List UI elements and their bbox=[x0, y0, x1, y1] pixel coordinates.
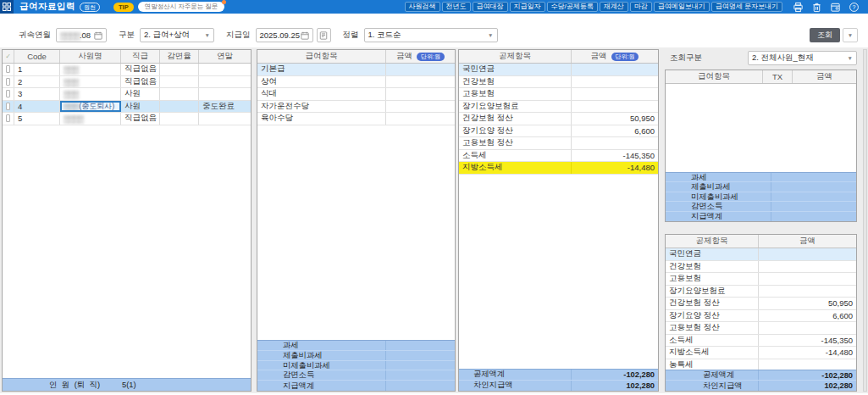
type-select[interactable]: 2. 급여+상여 ▼ bbox=[140, 28, 214, 42]
period-input[interactable]: ▒▒▒▒.08 bbox=[56, 28, 107, 42]
employee-rate[interactable] bbox=[160, 76, 199, 88]
deduction-item-amount[interactable]: -14,480 bbox=[572, 162, 658, 174]
vertical-scrollbar[interactable] bbox=[863, 49, 867, 392]
deduction-row[interactable]: 장기요양보험료 bbox=[459, 101, 658, 114]
pay-item-name[interactable]: 자가운전수당 bbox=[257, 101, 386, 113]
calendar-icon[interactable] bbox=[94, 31, 102, 40]
employee-row[interactable]: 1 ▒▒▒ 직급없음 bbox=[3, 64, 251, 76]
deduction-item-name[interactable]: 건강보험 정산 bbox=[459, 113, 572, 125]
employee-code[interactable]: 3 bbox=[14, 88, 60, 100]
employee-rate[interactable] bbox=[160, 88, 199, 100]
employee-row[interactable]: 5 ▒▒▒▒ 직급없음 bbox=[3, 113, 251, 125]
search-button[interactable]: 조회 bbox=[810, 28, 840, 42]
deduction-row[interactable]: 장기요양 정산 6,600 bbox=[459, 125, 658, 138]
row-checkbox[interactable] bbox=[6, 90, 10, 97]
employee-code[interactable]: 5 bbox=[14, 113, 60, 125]
deduction-item-amount[interactable]: -145,350 bbox=[572, 150, 658, 162]
row-checkbox[interactable] bbox=[6, 65, 10, 73]
deduction-item-amount[interactable] bbox=[572, 137, 658, 149]
employee-rate[interactable] bbox=[160, 113, 199, 125]
pay-item-amount[interactable] bbox=[386, 76, 455, 88]
employee-code[interactable]: 1 bbox=[14, 64, 60, 75]
closing-button[interactable]: 마감 bbox=[630, 2, 652, 12]
row-checkbox[interactable] bbox=[6, 103, 10, 110]
employee-position[interactable]: 사원 bbox=[121, 101, 160, 113]
deduction-row-highlighted[interactable]: 지방소득세 -14,480 bbox=[459, 162, 658, 175]
pay-row[interactable]: 상여 bbox=[257, 76, 455, 89]
deduction-row[interactable]: 고용보험 정산 bbox=[459, 137, 658, 150]
payroll-ledger-button[interactable]: 급여대장 bbox=[473, 2, 508, 12]
deduction-item-name[interactable]: 건강보험 bbox=[459, 76, 572, 88]
deduction-item-name[interactable]: 지방소득세 bbox=[459, 162, 572, 174]
previous-year-button[interactable]: 전년도 bbox=[442, 2, 471, 12]
employee-row[interactable]: 2 ▒▒▒ 직급없음 bbox=[3, 76, 251, 89]
employee-position[interactable]: 직급없음 bbox=[121, 76, 160, 88]
calendar-icon[interactable] bbox=[301, 31, 309, 40]
pay-row[interactable]: 기본급 bbox=[257, 64, 455, 76]
help-icon[interactable]: ? bbox=[849, 2, 860, 13]
deduction-row[interactable]: 고용보험 bbox=[459, 88, 658, 101]
pay-item-name[interactable]: 상여 bbox=[257, 76, 386, 88]
check-all-icon[interactable]: ✓ bbox=[5, 53, 11, 60]
pay-item-amount[interactable] bbox=[386, 88, 455, 100]
deduction-item-name[interactable]: 고용보험 정산 bbox=[459, 137, 572, 149]
pay-row[interactable]: 자가운전수당 bbox=[257, 101, 455, 114]
deduction-item-name[interactable]: 국민연금 bbox=[459, 64, 572, 75]
pay-row[interactable]: 육아수당 bbox=[257, 113, 455, 125]
payment-date-button[interactable]: 지급일자 bbox=[510, 2, 545, 12]
employee-position[interactable]: 직급없음 bbox=[121, 64, 160, 75]
employee-yearend[interactable]: 중도완료 bbox=[199, 101, 251, 113]
salary-email-button[interactable]: 급여메일보내기 bbox=[654, 2, 710, 12]
pay-item-amount[interactable] bbox=[386, 101, 455, 113]
deduction-row[interactable]: 건강보험 bbox=[459, 76, 658, 89]
deduction-row[interactable]: 소득세 -145,350 bbox=[459, 150, 658, 163]
deduction-row[interactable]: 국민연금 bbox=[459, 64, 658, 76]
deduction-item-amount[interactable] bbox=[572, 64, 658, 75]
employee-rate[interactable] bbox=[160, 101, 199, 113]
employee-position[interactable]: 사원 bbox=[121, 88, 160, 100]
pay-item-name[interactable]: 식대 bbox=[257, 88, 386, 100]
pay-item-name[interactable]: 기본급 bbox=[257, 64, 386, 75]
salary-sms-button[interactable]: 급여명세 문자보내기 bbox=[711, 2, 782, 12]
employee-name[interactable]: ▒▒▒ bbox=[60, 88, 121, 100]
employee-rate[interactable] bbox=[160, 64, 199, 75]
employee-code[interactable]: 2 bbox=[14, 76, 60, 88]
employee-name[interactable]: ▒▒▒ bbox=[60, 76, 121, 88]
deduction-item-name[interactable]: 장기요양보험료 bbox=[459, 101, 572, 113]
pay-row[interactable]: 식대 bbox=[257, 88, 455, 101]
deduction-item-amount[interactable] bbox=[572, 76, 658, 88]
payday-input[interactable]: 2025.09.25 bbox=[256, 28, 313, 42]
deduction-item-amount[interactable]: 50,950 bbox=[572, 113, 658, 125]
employee-code[interactable]: 4 bbox=[14, 101, 60, 113]
employee-yearend[interactable] bbox=[199, 64, 251, 75]
employee-name[interactable]: ▒▒▒▒ bbox=[60, 113, 121, 125]
deduction-row[interactable]: 건강보험 정산 50,950 bbox=[459, 113, 658, 125]
recalculate-button[interactable]: 재계산 bbox=[600, 2, 628, 12]
app-menu-icon[interactable] bbox=[0, 0, 14, 14]
row-checkbox[interactable] bbox=[6, 78, 10, 86]
employee-row-selected[interactable]: 4 ▒▒▒(중도퇴사) 사원 중도완료 bbox=[3, 101, 251, 114]
employee-position[interactable]: 직급없음 bbox=[121, 113, 160, 125]
employee-row[interactable]: 3 ▒▒▒ 사원 bbox=[3, 88, 251, 101]
payday-note-button[interactable] bbox=[317, 28, 331, 42]
query-type-select[interactable]: 2. 전체사원_현재 ▼ bbox=[748, 51, 857, 65]
printer-icon[interactable] bbox=[793, 2, 804, 13]
deduction-item-name[interactable]: 장기요양 정산 bbox=[459, 125, 572, 137]
pay-item-name[interactable]: 육아수당 bbox=[257, 113, 386, 125]
calendar-window-icon[interactable] bbox=[830, 2, 841, 13]
deduction-item-name[interactable]: 소득세 bbox=[459, 150, 572, 162]
employee-name[interactable]: ▒▒▒ bbox=[60, 64, 121, 75]
row-checkbox[interactable] bbox=[6, 114, 10, 122]
employee-yearend[interactable] bbox=[199, 76, 251, 88]
deduction-item-name[interactable]: 고용보험 bbox=[459, 88, 572, 100]
delete-icon[interactable] bbox=[811, 2, 822, 13]
sort-select[interactable]: 1. 코드순 ▼ bbox=[364, 28, 498, 42]
search-options-button[interactable]: ▼ bbox=[843, 28, 858, 42]
allowance-deduction-register-button[interactable]: 수당/공제등록 bbox=[547, 2, 598, 12]
deduction-item-amount[interactable] bbox=[572, 88, 658, 100]
deduction-item-amount[interactable]: 6,600 bbox=[572, 125, 658, 137]
deduction-item-amount[interactable] bbox=[572, 101, 658, 113]
employee-name-edit-cell[interactable]: ▒▒▒(중도퇴사) bbox=[60, 101, 121, 113]
employee-yearend[interactable] bbox=[199, 88, 251, 100]
employee-search-button[interactable]: 사원검색 bbox=[405, 2, 440, 12]
